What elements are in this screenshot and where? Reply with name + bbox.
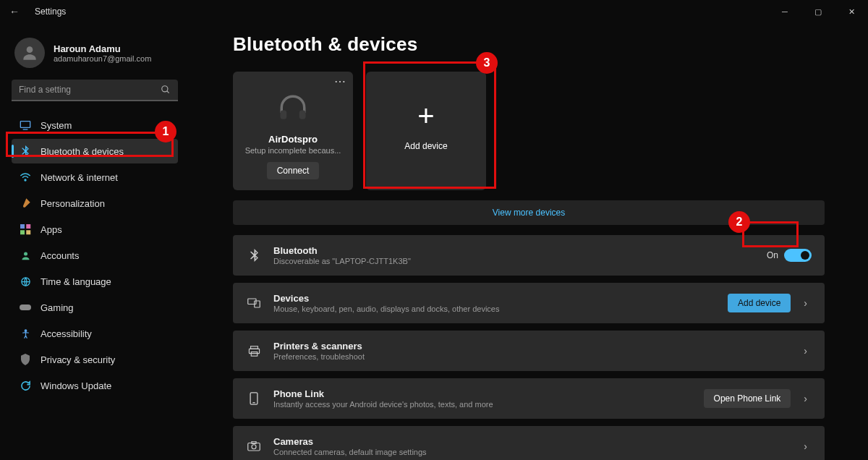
apps-icon [19, 223, 32, 236]
search-box[interactable] [12, 80, 178, 101]
sidebar-item-label: Privacy & security [41, 354, 115, 365]
search-icon [161, 85, 171, 98]
sidebar-item-system[interactable]: System [12, 113, 178, 137]
sidebar-item-network[interactable]: Network & internet [12, 165, 178, 189]
phone-icon [246, 392, 262, 405]
device-tile[interactable]: ⋯ AirDotspro Setup incomplete becaus... … [233, 72, 353, 190]
row-title: Phone Link [273, 388, 493, 399]
chevron-right-icon[interactable]: › [799, 293, 812, 313]
sidebar-item-accessibility[interactable]: Accessibility [12, 321, 178, 346]
sidebar-item-label: Accounts [41, 250, 79, 261]
bluetooth-icon [246, 249, 262, 262]
sidebar-item-windows-update[interactable]: Windows Update [12, 373, 178, 398]
row-title: Cameras [273, 436, 427, 447]
add-device-label: Add device [404, 141, 447, 151]
device-status: Setup incomplete becaus... [233, 146, 353, 155]
nav: System Bluetooth & devices Network & int… [12, 113, 178, 398]
chevron-right-icon[interactable]: › [799, 436, 812, 456]
row-sub: Mouse, keyboard, pen, audio, displays an… [273, 304, 499, 313]
svg-point-10 [24, 252, 27, 255]
update-icon [19, 379, 32, 392]
brush-icon [19, 197, 32, 210]
sidebar-item-personalization[interactable]: Personalization [12, 191, 178, 216]
bluetooth-icon [19, 145, 32, 158]
row-bluetooth: Bluetooth Discoverable as "LAPTOP-CJTT1K… [233, 235, 825, 276]
minimize-button[interactable]: ─ [768, 0, 801, 23]
view-more-devices[interactable]: View more devices [233, 200, 825, 225]
row-devices[interactable]: Devices Mouse, keyboard, pen, audio, dis… [233, 283, 825, 323]
sidebar-item-time-language[interactable]: Time & language [12, 269, 178, 294]
wifi-icon [19, 171, 32, 184]
row-sub: Instantly access your Android device's p… [273, 400, 493, 409]
svg-rect-20 [251, 352, 258, 356]
svg-point-0 [27, 46, 33, 53]
row-sub: Discoverable as "LAPTOP-CJTT1K3B" [273, 257, 411, 265]
bluetooth-toggle[interactable]: On [767, 249, 812, 262]
avatar [14, 38, 45, 68]
sidebar-item-gaming[interactable]: Gaming [12, 295, 178, 320]
globe-icon [19, 275, 32, 288]
shield-icon [19, 353, 32, 366]
svg-rect-12 [20, 304, 31, 310]
toggle-label: On [767, 250, 778, 260]
sidebar-item-label: Accessibility [41, 328, 92, 339]
sidebar-item-label: System [41, 120, 72, 131]
add-device-tile[interactable]: + Add device [366, 72, 486, 190]
row-phone-link[interactable]: Phone Link Instantly access your Android… [233, 378, 825, 419]
add-device-button[interactable]: Add device [728, 294, 791, 312]
svg-point-24 [252, 445, 256, 449]
svg-rect-8 [20, 230, 25, 234]
plus-icon: + [417, 105, 434, 127]
camera-icon [246, 441, 262, 451]
user-profile[interactable]: Haroun Adamu adamuharoun7@gmail.com [14, 38, 178, 68]
svg-rect-14 [281, 110, 287, 119]
chevron-right-icon[interactable]: › [799, 341, 812, 361]
connect-button[interactable]: Connect [267, 162, 320, 179]
row-title: Bluetooth [273, 245, 411, 256]
svg-point-5 [25, 179, 26, 181]
sidebar-item-privacy[interactable]: Privacy & security [12, 347, 178, 372]
sidebar-item-bluetooth-devices[interactable]: Bluetooth & devices [12, 139, 178, 163]
user-name: Haroun Adamu [54, 43, 151, 54]
svg-rect-25 [252, 441, 256, 443]
maximize-button[interactable]: ▢ [801, 0, 835, 23]
sidebar-item-label: Personalization [41, 198, 105, 209]
row-title: Devices [273, 293, 499, 304]
window-title: Settings [35, 7, 66, 17]
page-title: Bluetooth & devices [233, 33, 825, 56]
search-input[interactable] [12, 80, 178, 101]
devices-icon [246, 298, 262, 308]
row-sub: Preferences, troubleshoot [273, 352, 365, 361]
sidebar-item-apps[interactable]: Apps [12, 217, 178, 242]
chevron-right-icon[interactable]: › [799, 388, 812, 409]
svg-line-2 [167, 91, 169, 93]
system-icon [19, 119, 32, 132]
svg-rect-7 [26, 224, 30, 229]
svg-rect-6 [20, 224, 25, 229]
row-cameras[interactable]: Cameras Connected cameras, default image… [233, 426, 825, 460]
toggle-switch[interactable] [784, 249, 812, 262]
svg-point-13 [25, 329, 27, 331]
printer-icon [246, 346, 262, 357]
title-bar: ← Settings ─ ▢ ✕ [0, 0, 868, 23]
headphones-icon [278, 93, 308, 124]
sidebar-item-accounts[interactable]: Accounts [12, 243, 178, 268]
sidebar-item-label: Apps [41, 224, 62, 235]
sidebar-item-label: Windows Update [41, 380, 111, 391]
svg-rect-3 [20, 122, 30, 128]
sidebar-item-label: Bluetooth & devices [41, 146, 124, 157]
accessibility-icon [19, 327, 32, 340]
open-phone-link-button[interactable]: Open Phone Link [704, 389, 791, 408]
svg-rect-23 [248, 443, 260, 451]
device-name: AirDotspro [268, 134, 318, 145]
back-button[interactable]: ← [0, 6, 29, 17]
close-button[interactable]: ✕ [835, 0, 868, 23]
row-title: Printers & scanners [273, 341, 365, 352]
svg-rect-9 [26, 230, 30, 234]
row-printers[interactable]: Printers & scanners Preferences, trouble… [233, 331, 825, 371]
svg-rect-15 [299, 110, 306, 119]
device-tile-more-icon[interactable]: ⋯ [334, 74, 347, 88]
person-icon [19, 249, 32, 262]
main-panel: Bluetooth & devices ⋯ AirDotspro Setup i… [190, 23, 868, 460]
sidebar-item-label: Network & internet [41, 172, 118, 183]
